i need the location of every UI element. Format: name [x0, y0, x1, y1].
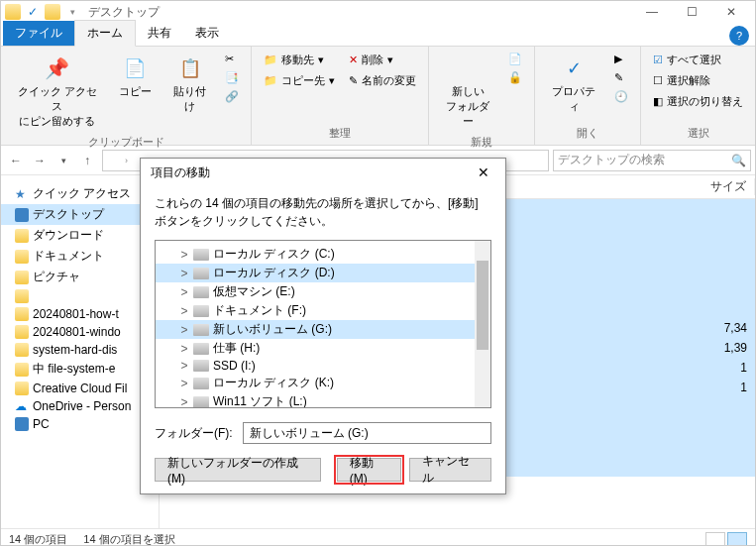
tree-item-downloads[interactable]: ダウンロード — [1, 225, 159, 246]
view-details-button[interactable] — [705, 532, 725, 547]
easy-access-icon: 🔓 — [508, 71, 522, 84]
copy-label: コピー — [119, 84, 152, 99]
dialog-tree[interactable]: >ローカル ディスク (C:)>ローカル ディスク (D:)>仮想マシン (E:… — [155, 240, 491, 408]
dialog-message: これらの 14 個の項目の移動先の場所を選択してから、[移動] ボタンをクリック… — [155, 194, 491, 230]
tree-item-pc[interactable]: PC — [1, 415, 159, 433]
tab-view[interactable]: 表示 — [183, 21, 231, 46]
new-item-button[interactable]: 📄 — [504, 51, 526, 67]
drive-icon — [193, 305, 209, 317]
dialog-tree-item[interactable]: >ローカル ディスク (D:) — [156, 264, 490, 282]
dialog-close-button[interactable]: ✕ — [472, 163, 495, 182]
history-button[interactable]: 🕘 — [610, 88, 632, 105]
tree-item-blurred[interactable] — [1, 287, 159, 305]
expand-icon[interactable]: > — [179, 304, 189, 318]
cut-button[interactable]: ✂ — [221, 51, 243, 67]
easy-access-button[interactable]: 🔓 — [504, 69, 526, 86]
expand-icon[interactable]: > — [179, 267, 189, 280]
help-button[interactable]: ? — [729, 26, 749, 46]
tree-item-label: クイック アクセス — [33, 185, 131, 202]
move-dialog-button[interactable]: 移動(M) — [337, 458, 402, 482]
expand-icon[interactable]: > — [179, 342, 189, 356]
dialog-scrollbar[interactable] — [475, 241, 490, 407]
tab-home[interactable]: ホーム — [74, 20, 136, 47]
dialog-tree-item[interactable]: >ドキュメント (F:) — [156, 301, 490, 320]
tab-share[interactable]: 共有 — [136, 21, 183, 46]
tree-item-f1[interactable]: 20240801-how-t — [1, 305, 159, 323]
folder-field[interactable] — [243, 422, 491, 444]
scissors-icon: ✂ — [225, 53, 234, 65]
tree-item-pictures[interactable]: ピクチャ — [1, 267, 159, 287]
paste-shortcut-button[interactable]: 🔗 — [221, 88, 243, 105]
tree-item-quick-access[interactable]: ★クイック アクセス — [1, 183, 159, 204]
properties-button[interactable]: ✓ プロパティ — [543, 51, 604, 118]
expand-icon[interactable]: > — [179, 359, 189, 373]
expand-icon[interactable]: > — [179, 248, 189, 262]
delete-button[interactable]: ✕削除 ▾ — [345, 51, 420, 69]
close-button[interactable]: ✕ — [711, 1, 751, 23]
tab-file[interactable]: ファイル — [3, 21, 74, 46]
maximize-button[interactable]: ☐ — [672, 1, 711, 23]
back-button[interactable]: ← — [5, 150, 27, 171]
statusbar: 14 個の項目 14 個の項目を選択 — [1, 528, 755, 546]
tree-item-onedrive[interactable]: ☁OneDrive - Person — [1, 397, 159, 415]
quick-save-icon[interactable]: ✓ — [25, 4, 41, 20]
copy-button[interactable]: 📄 コピー — [111, 51, 159, 103]
copy-path-button[interactable]: 📑 — [221, 69, 243, 86]
dialog-tree-item[interactable]: >SSD (I:) — [156, 358, 490, 374]
folder-icon — [15, 343, 29, 357]
new-folder-dialog-button[interactable]: 新しいフォルダーの作成(M) — [155, 458, 321, 482]
folder-icon — [15, 307, 29, 321]
history-icon: 🕘 — [614, 90, 628, 103]
new-folder-icon — [456, 57, 480, 79]
tree-item-desktop[interactable]: デスクトップ — [1, 204, 159, 225]
system-menu-icon[interactable] — [5, 4, 21, 20]
dialog-tree-item[interactable]: >ローカル ディスク (K:) — [156, 374, 490, 392]
dialog-tree-item[interactable]: >仮想マシン (E:) — [156, 282, 490, 301]
paste-label: 貼り付け — [168, 84, 211, 114]
edit-button[interactable]: ✎ — [610, 69, 632, 86]
tree-item-f4[interactable]: 中 file-system-e — [1, 359, 159, 380]
invert-selection-button[interactable]: ◧選択の切り替え — [649, 92, 747, 111]
tree-item-documents[interactable]: ドキュメント — [1, 246, 159, 267]
open-button[interactable]: ▶ — [610, 51, 632, 67]
dialog-tree-item[interactable]: >ローカル ディスク (C:) — [156, 245, 490, 264]
move-to-button[interactable]: 📁移動先 ▾ — [260, 51, 339, 69]
copy-to-button[interactable]: 📁コピー先 ▾ — [260, 71, 339, 90]
forward-button[interactable]: → — [29, 150, 51, 171]
up-button[interactable]: ↑ — [76, 150, 98, 171]
titlebar-dropdown-icon[interactable]: ▾ — [64, 4, 80, 20]
expand-icon[interactable]: > — [179, 323, 189, 337]
expand-icon[interactable]: > — [179, 395, 189, 409]
expand-icon[interactable]: > — [179, 285, 189, 299]
dialog-tree-item[interactable]: >Win11 ソフト (L:) — [156, 392, 490, 408]
tree-item-f2[interactable]: 20240801-windo — [1, 323, 159, 341]
new-folder-label: 新しい フォルダー — [441, 84, 494, 129]
pin-icon: 📌 — [45, 56, 69, 80]
pin-quickaccess-button[interactable]: 📌 クイック アクセス にピン留めする — [9, 51, 105, 133]
select-all-button[interactable]: ☑すべて選択 — [649, 51, 747, 69]
folder-icon — [15, 250, 29, 264]
tree-item-label: ピクチャ — [33, 269, 80, 285]
cloud-icon: ☁ — [15, 399, 29, 413]
expand-icon[interactable]: > — [179, 377, 189, 390]
dialog-tree-item[interactable]: >仕事 (H:) — [156, 339, 490, 358]
search-input[interactable]: デスクトップの検索 🔍 — [553, 150, 751, 171]
desktop-icon — [15, 208, 29, 222]
dialog-tree-item[interactable]: >新しいボリューム (G:) — [156, 320, 490, 339]
tree-item-f3[interactable]: system-hard-dis — [1, 341, 159, 359]
rename-button[interactable]: ✎名前の変更 — [345, 71, 420, 90]
cancel-dialog-button[interactable]: キャンセル — [409, 458, 491, 482]
drive-icon — [193, 268, 209, 279]
drive-icon — [193, 286, 209, 298]
nav-tree[interactable]: ★クイック アクセスデスクトップダウンロードドキュメントピクチャ 2024080… — [1, 175, 160, 528]
new-folder-button[interactable]: 新しい フォルダー — [437, 51, 498, 133]
view-large-button[interactable] — [727, 532, 747, 547]
tree-item-label: 20240801-windo — [33, 325, 121, 339]
paste-button[interactable]: 📋 貼り付け — [164, 51, 215, 118]
minimize-button[interactable]: — — [632, 1, 672, 23]
tree-item-cc[interactable]: Creative Cloud Fil — [1, 380, 159, 397]
chevron-right-icon: › — [125, 156, 128, 165]
deselect-button[interactable]: ☐選択解除 — [649, 71, 747, 90]
recent-locations-button[interactable]: ▾ — [53, 150, 74, 171]
open-icon: ▶ — [614, 53, 622, 65]
